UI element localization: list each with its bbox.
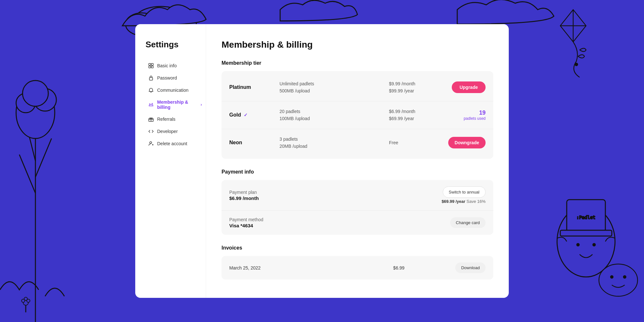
sidebar-item-password[interactable]: Password: [146, 72, 206, 84]
membership-tier-section: Membership tier Platinum Unlimited padle…: [222, 60, 493, 159]
svg-rect-29: [151, 63, 153, 65]
payment-method-actions: Change card: [450, 217, 486, 228]
payment-plan-info: Payment plan $6.99 /month: [229, 190, 441, 201]
sidebar-item-referrals[interactable]: Referrals: [146, 113, 206, 125]
payment-method-info: Payment method Visa *4634: [229, 217, 450, 228]
payment-method-value: Visa *4634: [229, 223, 450, 228]
settings-modal: Settings Basic info: [135, 24, 509, 298]
svg-point-25: [599, 264, 638, 296]
tier-details-neon: 3 padlets 20MB /upload: [274, 136, 389, 150]
annual-save-text: $69.99 /year Save 16%: [441, 199, 486, 204]
svg-point-34: [150, 142, 152, 144]
svg-point-10: [22, 299, 25, 302]
chevron-right-icon: ›: [201, 102, 202, 107]
grid-icon: [148, 63, 154, 69]
sidebar-item-label: Communication: [157, 88, 188, 93]
payment-info-section: Payment info Payment plan $6.99 /month S…: [222, 169, 493, 235]
main-content: Membership & billing Membership tier Pla…: [206, 24, 509, 298]
invoice-date: March 25, 2022: [229, 265, 342, 270]
tier-action-neon: Downgrade: [434, 137, 486, 148]
tier-price-gold: $6.99 /month $69.99 /year: [389, 108, 434, 122]
svg-point-8: [23, 300, 28, 305]
svg-point-6: [34, 89, 56, 111]
payment-plan-value: $6.99 /month: [229, 195, 441, 201]
gift-icon: [148, 116, 154, 122]
svg-point-26: [611, 276, 613, 278]
sidebar-item-label: Membership & billing: [157, 99, 197, 110]
payment-plan-row: Payment plan $6.99 /month Switch to annu…: [222, 180, 493, 211]
membership-tier-title: Membership tier: [222, 60, 493, 66]
svg-rect-31: [151, 66, 153, 68]
switch-to-annual-button[interactable]: Switch to annual: [443, 186, 486, 198]
tier-price-neon: Free: [389, 139, 434, 146]
svg-point-4: [16, 87, 55, 138]
user-x-icon: [148, 141, 154, 147]
sidebar-item-label: Delete account: [157, 141, 187, 146]
sidebar-item-delete-account[interactable]: Delete account: [146, 138, 206, 149]
svg-rect-28: [149, 63, 151, 65]
svg-text::Padlet: :Padlet: [576, 215, 595, 220]
checkmark-icon: ✓: [244, 112, 248, 118]
tier-name-platinum: Platinum: [229, 84, 274, 90]
sidebar: Settings Basic info: [135, 24, 206, 298]
svg-line-1: [19, 155, 35, 193]
sidebar-item-developer[interactable]: Developer: [146, 126, 206, 137]
sidebar-item-basic-info[interactable]: Basic info: [146, 60, 206, 71]
tier-card: Platinum Unlimited padlets 500MB /upload…: [222, 71, 493, 159]
sidebar-item-membership-billing[interactable]: Membership & billing ›: [146, 97, 206, 113]
tier-action-gold: 19 padlets used: [434, 109, 486, 121]
lock-icon: [148, 75, 154, 81]
tier-row-platinum: Platinum Unlimited padlets 500MB /upload…: [222, 74, 493, 101]
payment-info-title: Payment info: [222, 169, 493, 175]
svg-point-19: [557, 206, 615, 277]
tier-price-platinum: $9.99 /month $99.99 /year: [389, 80, 434, 95]
sidebar-item-label: Developer: [157, 129, 178, 134]
payment-card: Payment plan $6.99 /month Switch to annu…: [222, 180, 493, 235]
tier-details-gold: 20 padlets 100MB /upload: [274, 108, 389, 122]
tier-details-platinum: Unlimited padlets 500MB /upload: [274, 80, 389, 95]
svg-rect-32: [149, 78, 153, 80]
sidebar-item-communication[interactable]: Communication: [146, 84, 206, 96]
sidebar-nav: Basic info Password Co: [146, 60, 206, 149]
payment-plan-label: Payment plan: [229, 190, 441, 195]
svg-point-11: [27, 299, 30, 302]
svg-line-3: [26, 122, 35, 161]
svg-point-12: [24, 297, 27, 300]
svg-rect-30: [149, 66, 151, 68]
change-card-button[interactable]: Change card: [450, 217, 486, 228]
tier-row-gold: Gold ✓ 20 padlets 100MB /upload $6.99 /m…: [222, 101, 493, 129]
svg-point-18: [575, 63, 578, 66]
svg-rect-20: [567, 200, 605, 232]
svg-line-2: [35, 138, 52, 177]
padlets-used-display: 19 padlets used: [464, 109, 486, 121]
upgrade-button[interactable]: Upgrade: [452, 81, 486, 93]
payment-plan-actions: Switch to annual $69.99 /year Save 16%: [441, 186, 486, 204]
tier-row-neon: Neon 3 padlets 20MB /upload Free Downgra…: [222, 129, 493, 156]
bell-icon: [148, 87, 154, 93]
svg-point-24: [593, 243, 595, 246]
svg-point-5: [16, 93, 35, 113]
svg-point-7: [23, 80, 48, 106]
downgrade-button[interactable]: Downgrade: [448, 137, 486, 148]
sidebar-title: Settings: [146, 40, 206, 50]
download-button[interactable]: Download: [455, 262, 486, 273]
invoice-amount: $6.99: [342, 265, 455, 270]
tier-name-gold: Gold ✓: [229, 112, 274, 118]
crown-icon: [148, 102, 154, 108]
payment-method-label: Payment method: [229, 217, 450, 222]
svg-point-23: [577, 243, 579, 246]
tier-action-platinum: Upgrade: [434, 81, 486, 93]
sidebar-item-label: Basic info: [157, 63, 177, 68]
invoices-title: Invoices: [222, 245, 493, 251]
tier-name-neon: Neon: [229, 140, 274, 146]
code-icon: [148, 128, 154, 134]
sidebar-item-label: Referrals: [157, 117, 175, 122]
svg-rect-21: [560, 230, 612, 236]
invoices-section: Invoices March 25, 2022 $6.99 Download: [222, 245, 493, 279]
invoice-row: March 25, 2022 $6.99 Download: [222, 256, 493, 279]
svg-point-27: [623, 276, 626, 278]
invoice-card: March 25, 2022 $6.99 Download: [222, 256, 493, 279]
sidebar-item-label: Password: [157, 75, 177, 80]
payment-method-row: Payment method Visa *4634 Change card: [222, 211, 493, 235]
page-title: Membership & billing: [222, 40, 493, 50]
